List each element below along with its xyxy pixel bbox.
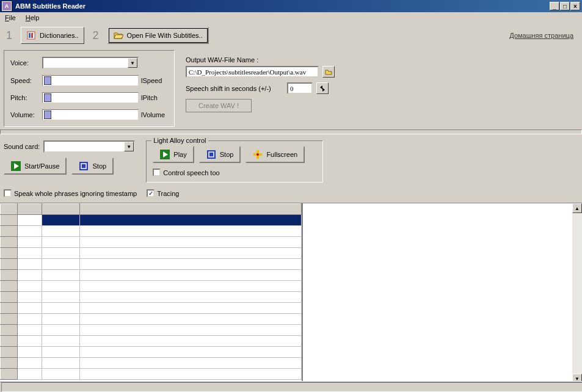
table-row	[1, 358, 302, 369]
dictionaries-button[interactable]: Dictionaries..	[21, 27, 84, 44]
separator	[0, 129, 582, 134]
scrollbar[interactable]: ▲ ▼	[572, 203, 582, 383]
step-1-number: 1	[4, 29, 15, 42]
table-row	[1, 215, 302, 226]
start-pause-button[interactable]: Start/Pause	[4, 158, 67, 175]
volume-value: lVolume	[141, 111, 168, 118]
svg-rect-9	[256, 150, 259, 153]
pitch-label: Pitch:	[10, 94, 40, 101]
svg-rect-8	[209, 153, 213, 156]
output-name-label: Output WAV-File Name :	[186, 56, 578, 64]
tracing-checkbox[interactable]: ✓	[147, 189, 155, 197]
browse-file-button[interactable]	[322, 66, 335, 78]
tracing-label: Tracing	[157, 190, 179, 197]
svg-rect-5	[82, 164, 85, 168]
control-speech-checkbox[interactable]	[153, 169, 161, 176]
whole-phrases-checkbox[interactable]	[4, 189, 12, 197]
table-row	[1, 292, 302, 303]
home-page-link[interactable]: Домашняя страница	[509, 32, 578, 39]
fullscreen-icon	[253, 150, 263, 159]
la-stop-button[interactable]: Stop	[199, 146, 241, 163]
folder-icon	[325, 68, 332, 76]
svg-rect-12	[259, 153, 262, 156]
la-play-label: Play	[173, 151, 186, 158]
control-speech-label: Control speech too	[163, 169, 219, 176]
arrows-icon	[319, 85, 326, 92]
maximize-button[interactable]: □	[560, 2, 570, 10]
voice-label: Voice:	[10, 59, 40, 67]
sound-card-label: Sound card:	[4, 143, 40, 150]
play-icon	[11, 161, 21, 171]
svg-rect-2	[31, 33, 33, 38]
stop-label: Stop	[92, 162, 106, 170]
data-grid-area: ▲ ▼	[0, 203, 582, 383]
menu-file[interactable]: File	[2, 13, 18, 22]
whole-phrases-label: Speak whole phrases ignoring timestamp	[14, 190, 137, 197]
scroll-up-icon[interactable]: ▲	[572, 203, 582, 213]
output-file-input[interactable]	[186, 66, 319, 78]
table-row	[1, 303, 302, 314]
table-row	[1, 248, 302, 259]
menu-help[interactable]: Help	[23, 13, 42, 22]
create-wav-button[interactable]: Create WAV !	[186, 99, 252, 112]
speed-label: Speed:	[10, 77, 40, 84]
titlebar: A ABM Subtitles Reader _ □ ×	[0, 0, 582, 12]
light-alloy-group: Light Alloy control Play Stop Fullscreen…	[146, 140, 323, 183]
sound-card-select[interactable]: ▼	[43, 140, 135, 153]
step-2-number: 2	[90, 29, 101, 42]
shift-label: Speech shift in seconds (+/-)	[186, 85, 283, 92]
light-alloy-legend: Light Alloy control	[151, 137, 208, 144]
preview-pane: ▲ ▼	[302, 203, 582, 383]
chevron-down-icon[interactable]: ▼	[124, 142, 134, 151]
svg-rect-11	[253, 153, 256, 156]
table-row	[1, 270, 302, 281]
output-panel: Output WAV-File Name : Speech shift in s…	[186, 50, 578, 127]
svg-rect-1	[29, 33, 31, 38]
la-fullscreen-label: Fullscreen	[266, 151, 297, 158]
dictionary-icon	[26, 31, 36, 40]
menubar: File Help	[0, 12, 582, 23]
app-icon: A	[2, 1, 12, 11]
volume-label: Volume:	[10, 111, 40, 118]
open-file-button[interactable]: Open File With Subtitles..	[107, 27, 209, 44]
la-play-button[interactable]: Play	[153, 146, 194, 163]
start-pause-label: Start/Pause	[24, 162, 59, 170]
dictionaries-label: Dictionaries..	[40, 32, 79, 39]
la-fullscreen-button[interactable]: Fullscreen	[246, 146, 305, 163]
chevron-down-icon[interactable]: ▼	[128, 58, 137, 68]
folder-open-icon	[114, 31, 123, 40]
table-row	[1, 226, 302, 237]
table-row	[1, 336, 302, 347]
minimize-button[interactable]: _	[550, 2, 559, 10]
svg-point-13	[256, 153, 259, 156]
table-row	[1, 237, 302, 248]
la-stop-label: Stop	[220, 151, 234, 158]
close-button[interactable]: ×	[570, 2, 580, 10]
window-title: ABM Subtitles Reader	[14, 2, 550, 10]
speed-slider[interactable]	[42, 75, 139, 86]
table-row	[1, 347, 302, 358]
svg-rect-10	[256, 156, 259, 159]
voice-select[interactable]: ▼	[42, 57, 139, 69]
speed-value: lSpeed	[141, 77, 168, 84]
open-file-label: Open File With Subtitles..	[127, 32, 203, 39]
play-icon	[160, 150, 170, 159]
statusbar	[0, 381, 582, 392]
stop-icon	[206, 150, 216, 159]
volume-slider[interactable]	[42, 109, 139, 120]
stop-icon	[79, 161, 89, 171]
stop-button[interactable]: Stop	[71, 158, 114, 175]
subtitles-grid[interactable]	[0, 203, 302, 383]
pitch-slider[interactable]	[42, 92, 139, 103]
voice-settings-panel: Voice: ▼ Speed: lSpeed Pitch: lPitch Vol…	[4, 50, 175, 127]
shift-input[interactable]	[287, 82, 313, 94]
table-row	[1, 369, 302, 380]
table-row	[1, 325, 302, 336]
table-row	[1, 259, 302, 270]
table-row	[1, 314, 302, 325]
pitch-value: lPitch	[141, 94, 168, 101]
table-row	[1, 281, 302, 292]
shift-apply-button[interactable]	[316, 82, 329, 94]
